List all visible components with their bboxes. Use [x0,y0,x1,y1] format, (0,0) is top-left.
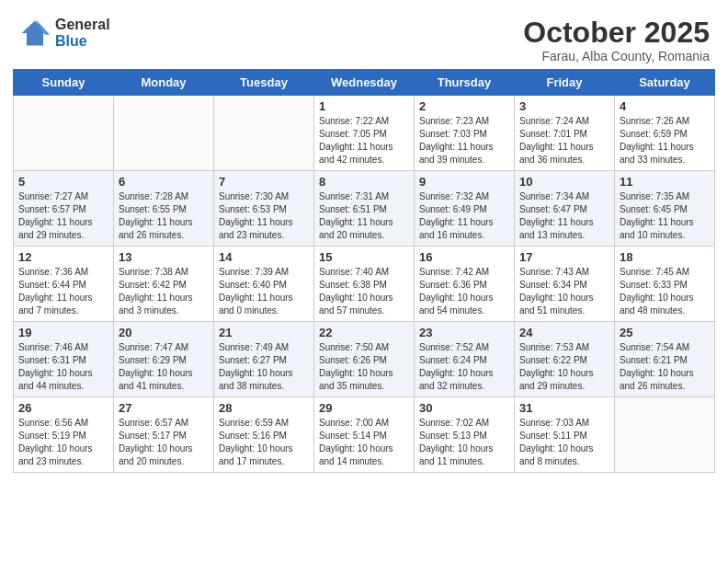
calendar-cell: 29Sunrise: 7:00 AM Sunset: 5:14 PM Dayli… [314,397,415,473]
day-info: Sunrise: 7:24 AM Sunset: 7:01 PM Dayligh… [519,115,609,167]
calendar-cell: 18Sunrise: 7:45 AM Sunset: 6:33 PM Dayli… [615,247,715,322]
day-number: 5 [18,175,108,189]
day-info: Sunrise: 7:38 AM Sunset: 6:42 PM Dayligh… [119,266,209,317]
day-number: 3 [519,99,609,113]
calendar-cell: 4Sunrise: 7:26 AM Sunset: 6:59 PM Daylig… [615,96,715,171]
day-number: 14 [219,250,309,264]
weekday-header-saturday: Saturday [615,70,715,96]
day-number: 21 [219,326,309,339]
day-info: Sunrise: 7:49 AM Sunset: 6:27 PM Dayligh… [219,341,309,393]
day-number: 13 [119,250,209,264]
calendar-cell [114,96,214,171]
calendar-cell: 5Sunrise: 7:27 AM Sunset: 6:57 PM Daylig… [14,171,114,247]
calendar-week-5: 26Sunrise: 6:56 AM Sunset: 5:19 PM Dayli… [14,397,715,473]
day-number: 20 [119,326,209,339]
day-number: 26 [18,401,108,415]
day-info: Sunrise: 7:36 AM Sunset: 6:44 PM Dayligh… [18,266,108,317]
day-info: Sunrise: 7:27 AM Sunset: 6:57 PM Dayligh… [18,190,108,242]
day-number: 23 [419,326,509,339]
day-info: Sunrise: 7:00 AM Sunset: 5:14 PM Dayligh… [319,417,409,468]
day-number: 8 [319,175,409,189]
day-number: 28 [219,401,309,415]
weekday-header-thursday: Thursday [415,70,515,96]
day-info: Sunrise: 7:28 AM Sunset: 6:55 PM Dayligh… [119,190,209,242]
month-title: October 2025 [523,17,710,49]
calendar-cell: 13Sunrise: 7:38 AM Sunset: 6:42 PM Dayli… [114,247,214,322]
location-subtitle: Farau, Alba County, Romania [523,49,710,63]
day-info: Sunrise: 7:54 AM Sunset: 6:21 PM Dayligh… [620,341,710,393]
calendar-cell: 21Sunrise: 7:49 AM Sunset: 6:27 PM Dayli… [214,322,314,397]
day-info: Sunrise: 7:23 AM Sunset: 7:03 PM Dayligh… [419,115,509,167]
logo: General Blue [18,17,110,50]
calendar-table: SundayMondayTuesdayWednesdayThursdayFrid… [13,69,715,473]
logo-blue-text: Blue [55,33,110,50]
calendar-cell: 20Sunrise: 7:47 AM Sunset: 6:29 PM Dayli… [114,322,214,397]
calendar-cell: 10Sunrise: 7:34 AM Sunset: 6:47 PM Dayli… [515,171,615,247]
logo-text: General Blue [55,17,110,49]
day-info: Sunrise: 7:53 AM Sunset: 6:22 PM Dayligh… [519,341,609,393]
day-info: Sunrise: 7:47 AM Sunset: 6:29 PM Dayligh… [119,341,209,393]
weekday-header-monday: Monday [114,70,214,96]
calendar-week-4: 19Sunrise: 7:46 AM Sunset: 6:31 PM Dayli… [14,322,715,397]
day-number: 25 [620,326,710,339]
day-info: Sunrise: 7:31 AM Sunset: 6:51 PM Dayligh… [319,190,409,242]
calendar-cell: 23Sunrise: 7:52 AM Sunset: 6:24 PM Dayli… [415,322,515,397]
day-number: 27 [119,401,209,415]
day-info: Sunrise: 7:39 AM Sunset: 6:40 PM Dayligh… [219,266,309,317]
day-number: 30 [419,401,509,415]
weekday-header-sunday: Sunday [14,70,114,96]
day-number: 24 [519,326,609,339]
calendar-cell: 14Sunrise: 7:39 AM Sunset: 6:40 PM Dayli… [214,247,314,322]
day-info: Sunrise: 7:50 AM Sunset: 6:26 PM Dayligh… [319,341,409,393]
day-number: 15 [319,250,409,264]
weekday-header-friday: Friday [515,70,615,96]
day-info: Sunrise: 7:32 AM Sunset: 6:49 PM Dayligh… [419,190,509,242]
day-info: Sunrise: 7:46 AM Sunset: 6:31 PM Dayligh… [18,341,108,393]
calendar-week-2: 5Sunrise: 7:27 AM Sunset: 6:57 PM Daylig… [14,171,715,247]
day-info: Sunrise: 6:59 AM Sunset: 5:16 PM Dayligh… [219,417,309,468]
calendar-cell: 31Sunrise: 7:03 AM Sunset: 5:11 PM Dayli… [515,397,615,473]
day-number: 11 [620,175,710,189]
calendar-cell: 8Sunrise: 7:31 AM Sunset: 6:51 PM Daylig… [314,171,415,247]
calendar-cell: 25Sunrise: 7:54 AM Sunset: 6:21 PM Dayli… [615,322,715,397]
calendar-cell: 6Sunrise: 7:28 AM Sunset: 6:55 PM Daylig… [114,171,214,247]
day-info: Sunrise: 7:22 AM Sunset: 7:05 PM Dayligh… [319,115,409,167]
calendar-cell: 2Sunrise: 7:23 AM Sunset: 7:03 PM Daylig… [415,96,515,171]
day-info: Sunrise: 7:30 AM Sunset: 6:53 PM Dayligh… [219,190,309,242]
day-info: Sunrise: 7:35 AM Sunset: 6:45 PM Dayligh… [620,190,710,242]
header-row: SundayMondayTuesdayWednesdayThursdayFrid… [14,70,715,96]
day-number: 1 [319,99,409,113]
day-number: 10 [519,175,609,189]
calendar-cell: 3Sunrise: 7:24 AM Sunset: 7:01 PM Daylig… [515,96,615,171]
day-number: 12 [18,250,108,264]
calendar-cell [214,96,314,171]
day-number: 22 [319,326,409,339]
logo-general-text: General [55,17,110,33]
day-number: 29 [319,401,409,415]
day-info: Sunrise: 7:02 AM Sunset: 5:13 PM Dayligh… [419,417,509,468]
page-header: General Blue October 2025 Farau, Alba Co… [9,9,719,69]
logo-icon [18,17,51,50]
title-section: October 2025 Farau, Alba County, Romania [523,17,710,63]
day-number: 17 [519,250,609,264]
day-number: 2 [419,99,509,113]
calendar-cell: 16Sunrise: 7:42 AM Sunset: 6:36 PM Dayli… [415,247,515,322]
calendar-cell: 7Sunrise: 7:30 AM Sunset: 6:53 PM Daylig… [214,171,314,247]
calendar-cell: 17Sunrise: 7:43 AM Sunset: 6:34 PM Dayli… [515,247,615,322]
calendar-cell: 30Sunrise: 7:02 AM Sunset: 5:13 PM Dayli… [415,397,515,473]
calendar-cell: 11Sunrise: 7:35 AM Sunset: 6:45 PM Dayli… [615,171,715,247]
day-info: Sunrise: 7:40 AM Sunset: 6:38 PM Dayligh… [319,266,409,317]
day-info: Sunrise: 7:34 AM Sunset: 6:47 PM Dayligh… [519,190,609,242]
day-info: Sunrise: 7:43 AM Sunset: 6:34 PM Dayligh… [519,266,609,317]
calendar-cell: 15Sunrise: 7:40 AM Sunset: 6:38 PM Dayli… [314,247,415,322]
calendar-week-3: 12Sunrise: 7:36 AM Sunset: 6:44 PM Dayli… [14,247,715,322]
calendar-cell: 27Sunrise: 6:57 AM Sunset: 5:17 PM Dayli… [114,397,214,473]
day-number: 7 [219,175,309,189]
day-info: Sunrise: 7:03 AM Sunset: 5:11 PM Dayligh… [519,417,609,468]
day-info: Sunrise: 7:26 AM Sunset: 6:59 PM Dayligh… [620,115,710,167]
day-number: 19 [18,326,108,339]
day-info: Sunrise: 7:52 AM Sunset: 6:24 PM Dayligh… [419,341,509,393]
day-number: 6 [119,175,209,189]
day-number: 9 [419,175,509,189]
day-number: 18 [620,250,710,264]
